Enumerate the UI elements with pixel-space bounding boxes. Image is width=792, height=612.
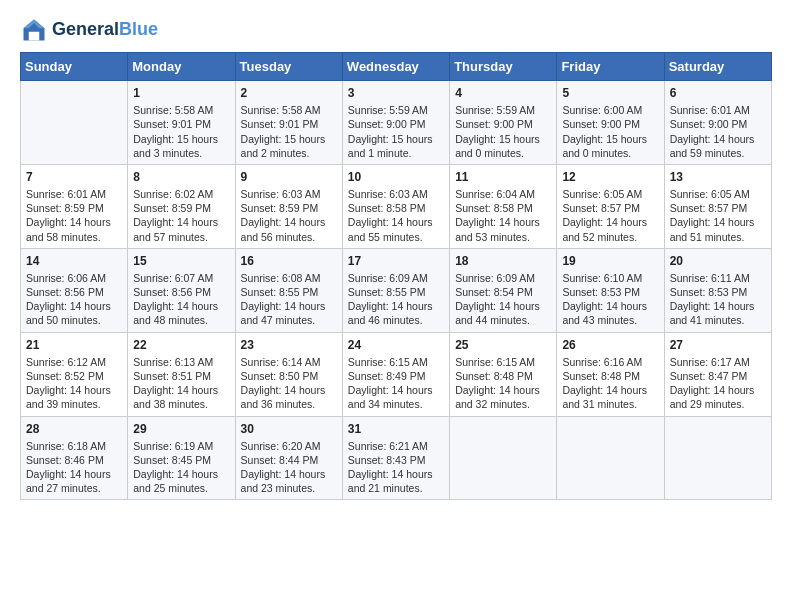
page-header: GeneralBlue — [20, 16, 772, 44]
day-info: Sunrise: 6:05 AM Sunset: 8:57 PM Dayligh… — [562, 187, 658, 244]
day-info: Sunrise: 6:06 AM Sunset: 8:56 PM Dayligh… — [26, 271, 122, 328]
day-number: 25 — [455, 337, 551, 353]
day-number: 1 — [133, 85, 229, 101]
weekday-header: Wednesday — [342, 53, 449, 81]
day-number: 9 — [241, 169, 337, 185]
calendar-week-row: 14Sunrise: 6:06 AM Sunset: 8:56 PM Dayli… — [21, 248, 772, 332]
day-info: Sunrise: 6:08 AM Sunset: 8:55 PM Dayligh… — [241, 271, 337, 328]
day-info: Sunrise: 6:01 AM Sunset: 9:00 PM Dayligh… — [670, 103, 766, 160]
day-number: 31 — [348, 421, 444, 437]
day-info: Sunrise: 6:12 AM Sunset: 8:52 PM Dayligh… — [26, 355, 122, 412]
day-number: 17 — [348, 253, 444, 269]
calendar-cell: 31Sunrise: 6:21 AM Sunset: 8:43 PM Dayli… — [342, 416, 449, 500]
day-info: Sunrise: 6:03 AM Sunset: 8:58 PM Dayligh… — [348, 187, 444, 244]
calendar-cell: 17Sunrise: 6:09 AM Sunset: 8:55 PM Dayli… — [342, 248, 449, 332]
calendar-week-row: 21Sunrise: 6:12 AM Sunset: 8:52 PM Dayli… — [21, 332, 772, 416]
weekday-header: Saturday — [664, 53, 771, 81]
calendar-cell: 27Sunrise: 6:17 AM Sunset: 8:47 PM Dayli… — [664, 332, 771, 416]
weekday-header: Tuesday — [235, 53, 342, 81]
calendar-cell: 23Sunrise: 6:14 AM Sunset: 8:50 PM Dayli… — [235, 332, 342, 416]
calendar-cell: 24Sunrise: 6:15 AM Sunset: 8:49 PM Dayli… — [342, 332, 449, 416]
day-number: 26 — [562, 337, 658, 353]
day-number: 28 — [26, 421, 122, 437]
logo-text: GeneralBlue — [52, 20, 158, 40]
weekday-header: Thursday — [450, 53, 557, 81]
day-number: 19 — [562, 253, 658, 269]
calendar-cell: 10Sunrise: 6:03 AM Sunset: 8:58 PM Dayli… — [342, 164, 449, 248]
calendar-cell — [664, 416, 771, 500]
day-number: 27 — [670, 337, 766, 353]
calendar-week-row: 1Sunrise: 5:58 AM Sunset: 9:01 PM Daylig… — [21, 81, 772, 165]
calendar-cell: 5Sunrise: 6:00 AM Sunset: 9:00 PM Daylig… — [557, 81, 664, 165]
calendar-cell: 22Sunrise: 6:13 AM Sunset: 8:51 PM Dayli… — [128, 332, 235, 416]
day-info: Sunrise: 6:21 AM Sunset: 8:43 PM Dayligh… — [348, 439, 444, 496]
day-info: Sunrise: 6:13 AM Sunset: 8:51 PM Dayligh… — [133, 355, 229, 412]
calendar-week-row: 7Sunrise: 6:01 AM Sunset: 8:59 PM Daylig… — [21, 164, 772, 248]
weekday-header: Friday — [557, 53, 664, 81]
day-info: Sunrise: 6:20 AM Sunset: 8:44 PM Dayligh… — [241, 439, 337, 496]
day-number: 10 — [348, 169, 444, 185]
calendar-cell: 7Sunrise: 6:01 AM Sunset: 8:59 PM Daylig… — [21, 164, 128, 248]
calendar-cell — [450, 416, 557, 500]
calendar-cell: 12Sunrise: 6:05 AM Sunset: 8:57 PM Dayli… — [557, 164, 664, 248]
day-info: Sunrise: 6:18 AM Sunset: 8:46 PM Dayligh… — [26, 439, 122, 496]
day-number: 23 — [241, 337, 337, 353]
calendar-cell: 15Sunrise: 6:07 AM Sunset: 8:56 PM Dayli… — [128, 248, 235, 332]
day-info: Sunrise: 6:02 AM Sunset: 8:59 PM Dayligh… — [133, 187, 229, 244]
weekday-header: Monday — [128, 53, 235, 81]
calendar-cell: 16Sunrise: 6:08 AM Sunset: 8:55 PM Dayli… — [235, 248, 342, 332]
svg-rect-2 — [29, 32, 40, 41]
day-number: 11 — [455, 169, 551, 185]
calendar-cell: 1Sunrise: 5:58 AM Sunset: 9:01 PM Daylig… — [128, 81, 235, 165]
day-number: 8 — [133, 169, 229, 185]
calendar-cell: 3Sunrise: 5:59 AM Sunset: 9:00 PM Daylig… — [342, 81, 449, 165]
day-info: Sunrise: 6:19 AM Sunset: 8:45 PM Dayligh… — [133, 439, 229, 496]
day-info: Sunrise: 6:11 AM Sunset: 8:53 PM Dayligh… — [670, 271, 766, 328]
day-number: 22 — [133, 337, 229, 353]
day-number: 29 — [133, 421, 229, 437]
day-number: 12 — [562, 169, 658, 185]
day-info: Sunrise: 5:59 AM Sunset: 9:00 PM Dayligh… — [455, 103, 551, 160]
calendar-cell: 8Sunrise: 6:02 AM Sunset: 8:59 PM Daylig… — [128, 164, 235, 248]
day-info: Sunrise: 6:01 AM Sunset: 8:59 PM Dayligh… — [26, 187, 122, 244]
day-info: Sunrise: 6:07 AM Sunset: 8:56 PM Dayligh… — [133, 271, 229, 328]
calendar-cell: 21Sunrise: 6:12 AM Sunset: 8:52 PM Dayli… — [21, 332, 128, 416]
day-info: Sunrise: 6:00 AM Sunset: 9:00 PM Dayligh… — [562, 103, 658, 160]
calendar-cell — [557, 416, 664, 500]
day-info: Sunrise: 6:09 AM Sunset: 8:55 PM Dayligh… — [348, 271, 444, 328]
calendar-cell: 26Sunrise: 6:16 AM Sunset: 8:48 PM Dayli… — [557, 332, 664, 416]
calendar-cell: 29Sunrise: 6:19 AM Sunset: 8:45 PM Dayli… — [128, 416, 235, 500]
calendar-cell: 14Sunrise: 6:06 AM Sunset: 8:56 PM Dayli… — [21, 248, 128, 332]
calendar-header: SundayMondayTuesdayWednesdayThursdayFrid… — [21, 53, 772, 81]
calendar-cell: 2Sunrise: 5:58 AM Sunset: 9:01 PM Daylig… — [235, 81, 342, 165]
calendar-body: 1Sunrise: 5:58 AM Sunset: 9:01 PM Daylig… — [21, 81, 772, 500]
day-number: 7 — [26, 169, 122, 185]
day-info: Sunrise: 6:15 AM Sunset: 8:49 PM Dayligh… — [348, 355, 444, 412]
day-info: Sunrise: 6:14 AM Sunset: 8:50 PM Dayligh… — [241, 355, 337, 412]
day-info: Sunrise: 5:59 AM Sunset: 9:00 PM Dayligh… — [348, 103, 444, 160]
day-number: 4 — [455, 85, 551, 101]
calendar-week-row: 28Sunrise: 6:18 AM Sunset: 8:46 PM Dayli… — [21, 416, 772, 500]
day-info: Sunrise: 6:15 AM Sunset: 8:48 PM Dayligh… — [455, 355, 551, 412]
calendar-table: SundayMondayTuesdayWednesdayThursdayFrid… — [20, 52, 772, 500]
calendar-cell: 28Sunrise: 6:18 AM Sunset: 8:46 PM Dayli… — [21, 416, 128, 500]
day-info: Sunrise: 6:16 AM Sunset: 8:48 PM Dayligh… — [562, 355, 658, 412]
weekday-header: Sunday — [21, 53, 128, 81]
day-number: 16 — [241, 253, 337, 269]
day-number: 15 — [133, 253, 229, 269]
calendar-cell: 4Sunrise: 5:59 AM Sunset: 9:00 PM Daylig… — [450, 81, 557, 165]
day-info: Sunrise: 6:03 AM Sunset: 8:59 PM Dayligh… — [241, 187, 337, 244]
day-info: Sunrise: 6:09 AM Sunset: 8:54 PM Dayligh… — [455, 271, 551, 328]
calendar-cell: 9Sunrise: 6:03 AM Sunset: 8:59 PM Daylig… — [235, 164, 342, 248]
day-number: 30 — [241, 421, 337, 437]
day-info: Sunrise: 6:05 AM Sunset: 8:57 PM Dayligh… — [670, 187, 766, 244]
calendar-cell: 6Sunrise: 6:01 AM Sunset: 9:00 PM Daylig… — [664, 81, 771, 165]
day-number: 6 — [670, 85, 766, 101]
day-number: 18 — [455, 253, 551, 269]
calendar-cell: 20Sunrise: 6:11 AM Sunset: 8:53 PM Dayli… — [664, 248, 771, 332]
day-number: 20 — [670, 253, 766, 269]
day-number: 5 — [562, 85, 658, 101]
calendar-cell: 19Sunrise: 6:10 AM Sunset: 8:53 PM Dayli… — [557, 248, 664, 332]
day-info: Sunrise: 5:58 AM Sunset: 9:01 PM Dayligh… — [241, 103, 337, 160]
day-number: 3 — [348, 85, 444, 101]
